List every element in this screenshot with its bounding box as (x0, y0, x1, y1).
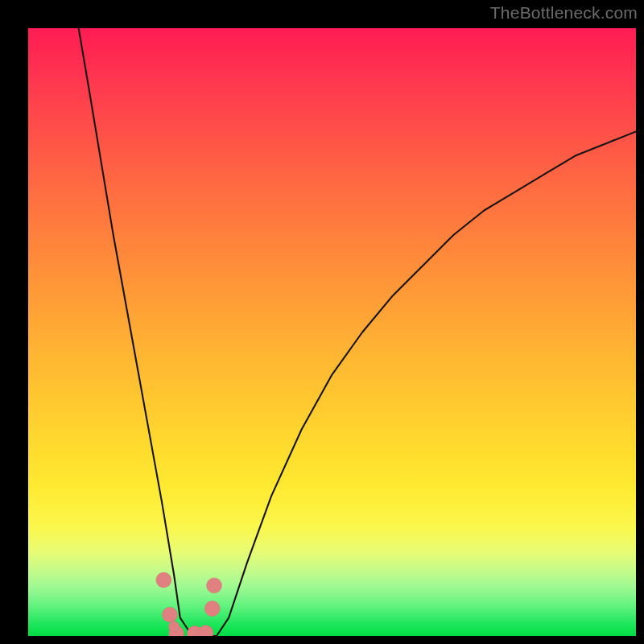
highlight-markers (156, 572, 222, 636)
highlight-marker (162, 607, 177, 622)
highlight-marker (207, 578, 222, 593)
highlight-marker (156, 572, 171, 588)
highlight-marker (198, 625, 213, 636)
highlight-marker (168, 621, 180, 633)
bottleneck-curve (79, 28, 636, 636)
watermark-text: TheBottleneck.com (490, 3, 638, 23)
plot-area (28, 28, 636, 636)
chart-frame: TheBottleneck.com (0, 0, 644, 644)
highlight-marker (204, 601, 220, 617)
curve-layer (28, 28, 636, 636)
